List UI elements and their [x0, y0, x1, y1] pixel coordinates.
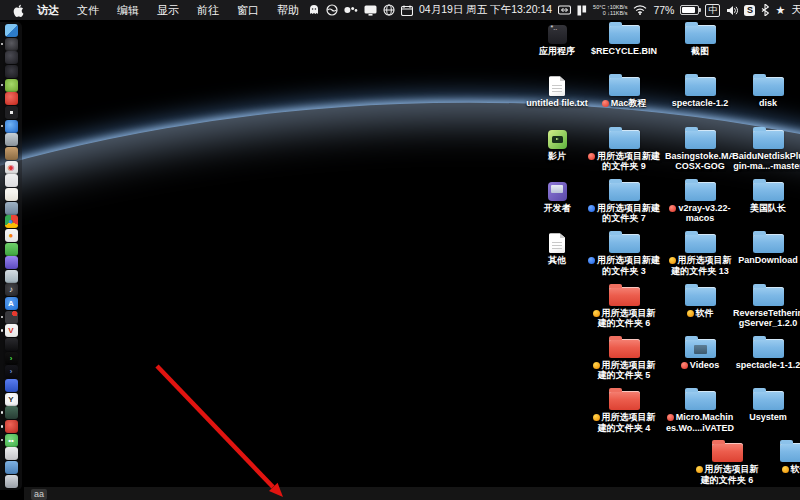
apple-menu-icon[interactable]	[8, 4, 28, 17]
desktop-item[interactable]: 截图	[662, 22, 738, 57]
desktop-item[interactable]: 用所选项目新建的文件夹 3	[586, 231, 662, 276]
y-app-icon: Y	[5, 393, 18, 406]
desktop-item[interactable]: PanDownload	[730, 231, 800, 266]
running-indicator	[1, 84, 4, 87]
dock-item-terminal-2[interactable]: ›	[5, 352, 18, 365]
dock-item-white-app-1[interactable]	[5, 174, 18, 187]
desktop-item[interactable]: 用所选项目新建的文件夹 6	[586, 284, 662, 329]
desktop-item[interactable]: $RECYCLE.BIN	[586, 22, 662, 57]
desktop-item[interactable]: ReverseTetheringServer_1.2.0	[730, 284, 800, 329]
dock-item-finder[interactable]	[5, 24, 18, 37]
desktop-item[interactable]: 用所选项目新建的文件夹 4	[586, 388, 662, 433]
dock-item-red-circle-app[interactable]	[5, 420, 18, 433]
menu-go[interactable]: 前往	[188, 3, 228, 18]
menu-finder[interactable]: 访达	[28, 3, 68, 18]
dock-item-notes-app[interactable]	[5, 188, 18, 201]
dock-item-app-store[interactable]: A	[5, 297, 18, 310]
menu-edit[interactable]: 编辑	[108, 3, 148, 18]
volume-icon[interactable]	[726, 5, 738, 16]
desktop-item[interactable]: 用所选项目新建的文件夹 5	[586, 336, 662, 381]
shadowsocks-icon[interactable]: S	[744, 5, 755, 16]
camera-swap-icon[interactable]	[558, 5, 571, 15]
desktop-item[interactable]: Videos	[662, 336, 738, 371]
desktop-item[interactable]: v2ray-v3.22-macos	[662, 179, 738, 224]
desktop-item[interactable]: spectacle-1.2	[662, 74, 738, 109]
desktop-item[interactable]: Mac教程	[586, 74, 662, 109]
dock-item-android-tool[interactable]	[5, 79, 18, 92]
blue-folder-icon	[685, 182, 716, 201]
desktop-item[interactable]: 美国队长	[730, 179, 800, 214]
dock-item-blue-display[interactable]	[5, 461, 18, 474]
desktop-item[interactable]: 用所选项目新建的文件夹 6	[689, 440, 765, 485]
dock-item-green-app[interactable]	[5, 243, 18, 256]
dock-item-dark-green-app[interactable]	[5, 406, 18, 419]
dock-item-terminal-1[interactable]	[5, 338, 18, 351]
desktop-item[interactable]: BaiduNetdiskPlugin-ma...-master	[730, 127, 800, 172]
dock-item-blue-square-app[interactable]	[5, 379, 18, 392]
dock-item-vysor[interactable]: V	[5, 324, 18, 337]
dock-item-purple-app[interactable]	[5, 256, 18, 269]
purple-app-icon	[5, 256, 18, 269]
desktop-item[interactable]: Micro.Machines.Wo....iVATED	[662, 388, 738, 433]
desktop-item[interactable]: 用所选项目新建的文件夹 9	[586, 127, 662, 172]
input-method-badge[interactable]: 中	[705, 4, 720, 17]
desktop-item[interactable]: 软件	[757, 440, 800, 475]
battery-icon[interactable]	[680, 5, 699, 15]
desktop-item-icon-wrap	[753, 231, 784, 253]
desktop-item[interactable]: Usystem	[730, 388, 800, 423]
dock-item-chrome[interactable]: ●	[5, 215, 18, 228]
dock-item-wechat[interactable]: ••	[5, 434, 18, 447]
desktop-item-icon-wrap	[685, 231, 716, 253]
menu-window[interactable]: 窗口	[228, 3, 268, 18]
dock-item-dark-app-2[interactable]	[5, 51, 18, 64]
dock-item-itunes[interactable]: ♪	[5, 283, 18, 296]
blue-folder-icon	[609, 25, 640, 44]
dock-item-card-grey[interactable]	[5, 270, 18, 283]
dock-item-safari[interactable]	[5, 120, 18, 133]
bottom-bar[interactable]: aa	[24, 486, 800, 500]
desktop-item[interactable]: Basingstoke.MACOSX-GOG	[662, 127, 738, 172]
ghost-app-icon[interactable]	[308, 4, 320, 16]
desktop-item[interactable]: spectacle-1-1.2	[730, 336, 800, 371]
dock-item-dark-app-1[interactable]	[5, 38, 18, 51]
dock-item-trash[interactable]	[5, 475, 18, 488]
dock-item-red-white-app[interactable]: ◉	[5, 161, 18, 174]
dock-item-camera-dark[interactable]	[5, 106, 18, 119]
dock-item-terminal-3[interactable]: ›	[5, 365, 18, 378]
menu-help[interactable]: 帮助	[268, 3, 308, 18]
desktop-item-icon-wrap	[712, 440, 743, 462]
dock-item-white-orange-app[interactable]: ●	[5, 229, 18, 242]
wifi-icon[interactable]	[633, 5, 647, 15]
dock-item-sd-card[interactable]	[5, 447, 18, 460]
calendar-icon[interactable]	[401, 5, 413, 16]
desktop-item[interactable]: 用所选项目新建的文件夹 13	[662, 231, 738, 276]
menu-bar-clock[interactable]: 04月19日 周五 下午13:20:14	[419, 3, 552, 17]
status-app-name[interactable]: 天色迷香	[791, 3, 800, 17]
star-icon[interactable]: ★	[775, 5, 785, 16]
dock-item-dark-badge-app[interactable]	[5, 311, 18, 324]
network-stats[interactable]: 50°C ↑10KB/s 0 ↓11KB/s	[593, 4, 627, 16]
menu-file[interactable]: 文件	[68, 3, 108, 18]
flag-app-icon[interactable]	[577, 5, 587, 16]
dock-item-music-red[interactable]	[5, 92, 18, 105]
desktop-item[interactable]: 用所选项目新建的文件夹 7	[586, 179, 662, 224]
display-icon[interactable]	[364, 5, 377, 16]
menu-view[interactable]: 显示	[148, 3, 188, 18]
dock-item-y-app[interactable]: Y	[5, 393, 18, 406]
desktop-item[interactable]: 软件	[662, 284, 738, 319]
wechat-icon: ••	[5, 434, 18, 447]
dock-item-photos-grey[interactable]	[5, 133, 18, 146]
dock-item-pages-grey[interactable]	[5, 202, 18, 215]
bottom-bar-input[interactable]: aa	[31, 489, 47, 500]
dial-app-icon[interactable]	[326, 4, 338, 16]
green-app-icon	[5, 243, 18, 256]
desktop-item[interactable]: disk	[730, 74, 800, 109]
globe-icon[interactable]	[383, 4, 395, 16]
yellow-tag-dot-icon	[696, 466, 703, 473]
input-dots-icon[interactable]	[344, 5, 358, 15]
desktop-item-icon-wrap	[609, 179, 640, 201]
dock-item-books-tan[interactable]	[5, 147, 18, 160]
desktop-item-label: Usystem	[728, 412, 800, 423]
dock-item-dark-app-3[interactable]	[5, 65, 18, 78]
bluetooth-icon[interactable]	[761, 4, 769, 16]
